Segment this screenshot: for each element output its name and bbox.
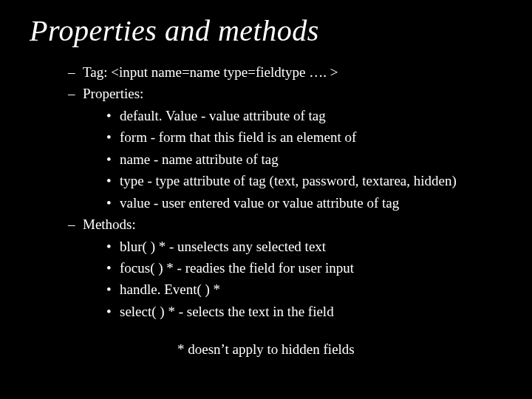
item-methods-header-text: Methods: [83, 216, 136, 232]
dash-bullet: – [68, 61, 83, 83]
prop-3-text: type - type attribute of tag (text, pass… [120, 173, 457, 188]
method-2: •handle. Event( ) * [106, 279, 510, 300]
slide-title: Properties and methods [30, 13, 510, 48]
item-tag-text: Tag: <input name=name type=fieldtype …. … [83, 64, 338, 80]
prop-0-text: default. Value - value attribute of tag [120, 108, 326, 123]
dot-bullet: • [106, 126, 120, 148]
slide: Properties and methods –Tag: <input name… [0, 0, 532, 399]
method-0: •blur( ) * - unselects any selected text [106, 236, 510, 257]
item-tag: –Tag: <input name=name type=fieldtype ….… [68, 61, 510, 83]
prop-3: •type - type attribute of tag (text, pas… [106, 170, 510, 191]
method-2-text: handle. Event( ) * [120, 282, 220, 297]
item-props-header: –Properties: [68, 83, 510, 104]
dash-bullet: – [68, 214, 83, 235]
dot-bullet: • [106, 170, 120, 191]
footnote: * doesn’t apply to hidden fields [177, 338, 510, 360]
dot-bullet: • [106, 149, 120, 170]
method-3: •select( ) * - selects the text in the f… [106, 301, 510, 322]
method-3-text: select( ) * - selects the text in the fi… [120, 304, 334, 319]
dot-bullet: • [106, 236, 120, 257]
prop-4-text: value - user entered value or value attr… [120, 195, 399, 211]
method-0-text: blur( ) * - unselects any selected text [120, 239, 326, 254]
dash-bullet: – [68, 83, 83, 104]
dot-bullet: • [106, 105, 120, 126]
item-methods-header: –Methods: [68, 214, 510, 235]
method-1-text: focus( ) * - readies the field for user … [120, 260, 354, 276]
prop-2-text: name - name attribute of tag [120, 151, 279, 167]
dot-bullet: • [106, 279, 120, 300]
dot-bullet: • [106, 301, 120, 322]
prop-0: •default. Value - value attribute of tag [106, 105, 510, 126]
slide-body: –Tag: <input name=name type=fieldtype ….… [30, 61, 510, 361]
dot-bullet: • [106, 257, 120, 279]
method-1: •focus( ) * - readies the field for user… [106, 257, 510, 279]
prop-1: •form - form that this field is an eleme… [106, 126, 510, 148]
prop-4: •value - user entered value or value att… [106, 192, 510, 214]
prop-1-text: form - form that this field is an elemen… [120, 129, 356, 145]
dot-bullet: • [106, 192, 120, 214]
prop-2: •name - name attribute of tag [106, 149, 510, 170]
item-props-header-text: Properties: [83, 86, 143, 101]
